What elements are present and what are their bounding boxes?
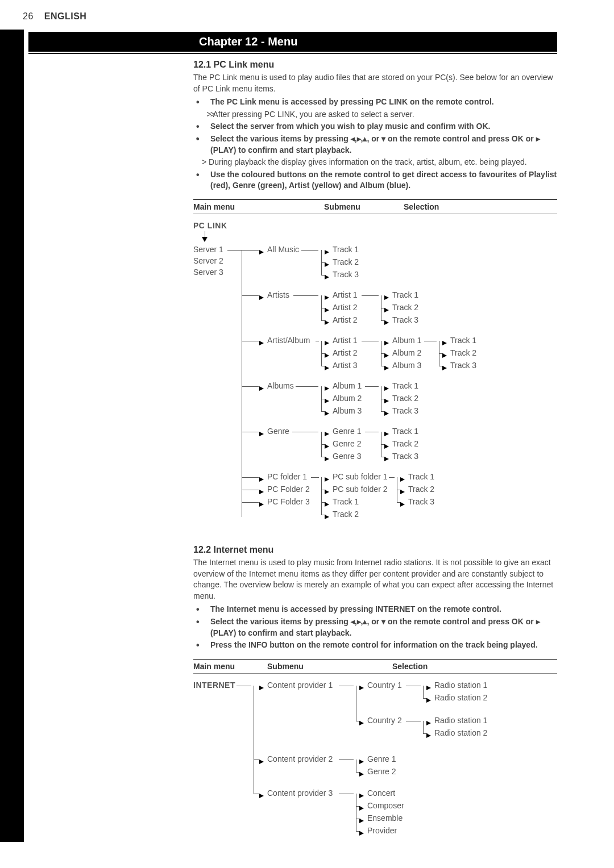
server-item: Server 1 bbox=[193, 245, 223, 254]
content-provider-item: Content provider 1 bbox=[267, 681, 333, 690]
pc-folder-item: PC Folder 3 bbox=[267, 497, 310, 506]
album-item: Album 2 bbox=[392, 348, 421, 357]
artist-item: Artist 3 bbox=[333, 361, 358, 370]
track-item: Track 3 bbox=[392, 406, 418, 415]
left-margin-bar bbox=[0, 30, 24, 842]
chapter-title: Chapter 12 - Menu bbox=[199, 35, 551, 48]
artist-item: Artist 2 bbox=[333, 315, 358, 324]
pc-subfolder-item: Track 2 bbox=[333, 510, 359, 519]
bullet-text: Press the INFO button on the remote cont… bbox=[210, 640, 538, 649]
pc-subfolder-item: Track 1 bbox=[333, 497, 359, 506]
category-item: Provider bbox=[367, 826, 397, 835]
col-submenu: Submenu bbox=[324, 202, 404, 211]
page-number: 26 bbox=[23, 11, 34, 21]
track-item: Track 1 bbox=[392, 290, 418, 299]
bullet-text: The Internet menu is accessed by pressin… bbox=[210, 604, 501, 614]
track-item: Track 3 bbox=[450, 361, 476, 370]
genre-item: Genre 2 bbox=[333, 439, 362, 448]
submenu-artist-album: Artist/Album bbox=[267, 336, 310, 345]
pc-subfolder-item: PC sub folder 1 bbox=[333, 472, 388, 481]
country-item: Country 2 bbox=[367, 716, 402, 725]
section-heading-pclink: 12.1 PC Link menu bbox=[193, 60, 557, 70]
track-item: Track 1 bbox=[408, 472, 434, 481]
internet-table-header: Main menu Submenu Selection bbox=[193, 659, 557, 674]
track-item: Track 3 bbox=[392, 315, 418, 324]
track-item: Track 2 bbox=[392, 394, 418, 403]
col-main: Main menu bbox=[193, 662, 267, 671]
category-item: Ensemble bbox=[367, 813, 403, 823]
submenu-all-music: All Music bbox=[267, 245, 299, 254]
pc-subfolder-item: PC sub folder 2 bbox=[333, 485, 388, 494]
submenu-artists: Artists bbox=[267, 290, 289, 299]
internet-bullet-list: The Internet menu is accessed by pressin… bbox=[193, 604, 557, 650]
bullet-sub: After pressing PC LINK, you are asked to… bbox=[213, 110, 414, 119]
station-item: Radio station 2 bbox=[434, 693, 487, 702]
track-item: Track 1 bbox=[392, 427, 418, 436]
chapter-title-bar: Chapter 12 - Menu bbox=[28, 32, 557, 52]
track-item: Track 2 bbox=[392, 439, 418, 448]
track-item: Track 3 bbox=[408, 497, 434, 506]
track-item: Track 3 bbox=[392, 452, 418, 461]
genre-item: Genre 1 bbox=[333, 427, 362, 436]
station-item: Radio station 2 bbox=[434, 728, 487, 737]
divider bbox=[28, 53, 557, 54]
submenu-albums: Albums bbox=[267, 381, 294, 390]
artist-item: Artist 1 bbox=[333, 290, 358, 299]
section-intro-pclink: The PC Link menu is used to play audio f… bbox=[193, 72, 557, 94]
pclink-table-header: Main menu Submenu Selection bbox=[193, 199, 557, 214]
server-item: Server 2 bbox=[193, 256, 223, 265]
bullet-text: Use the coloured buttons on the remote c… bbox=[210, 170, 557, 190]
genre-item: Genre 1 bbox=[367, 754, 396, 763]
album-item: Album 3 bbox=[392, 361, 421, 370]
col-submenu: Submenu bbox=[267, 662, 392, 671]
track-item: Track 3 bbox=[333, 270, 359, 279]
station-item: Radio station 1 bbox=[434, 681, 487, 690]
col-selection: Selection bbox=[392, 662, 506, 671]
album-item: Album 2 bbox=[333, 394, 362, 403]
internet-menu-tree: INTERNET Content provider 1 Country 1 Ra… bbox=[193, 681, 557, 868]
bullet-text: The PC Link menu is accessed by pressing… bbox=[210, 97, 494, 106]
bullet-text: Select the server from which you wish to… bbox=[210, 122, 490, 131]
page-header: 26 ENGLISH bbox=[23, 11, 591, 22]
internet-root: INTERNET bbox=[193, 681, 235, 690]
station-item: Radio station 1 bbox=[434, 716, 487, 725]
bullet-sub: During playback the display gives inform… bbox=[209, 157, 527, 166]
content-provider-item: Content provider 2 bbox=[267, 754, 333, 763]
track-item: Track 1 bbox=[450, 336, 476, 345]
artist-item: Artist 1 bbox=[333, 336, 358, 345]
server-item: Server 3 bbox=[193, 268, 223, 277]
category-item: Concert bbox=[367, 788, 395, 798]
album-item: Album 3 bbox=[333, 406, 362, 415]
page-language: ENGLISH bbox=[44, 11, 87, 21]
pclink-root: PC LINK bbox=[193, 221, 227, 230]
artist-item: Artist 2 bbox=[333, 348, 358, 357]
track-item: Track 1 bbox=[333, 245, 359, 254]
section-intro-internet: The Internet menu is used to play music … bbox=[193, 557, 557, 602]
category-item: Composer bbox=[367, 801, 404, 810]
album-item: Album 1 bbox=[333, 381, 362, 390]
pc-folder-item: PC folder 1 bbox=[267, 472, 307, 481]
track-item: Track 2 bbox=[392, 303, 418, 312]
genre-item: Genre 2 bbox=[367, 767, 396, 776]
track-item: Track 1 bbox=[392, 381, 418, 390]
genre-item: Genre 3 bbox=[333, 452, 362, 461]
col-main: Main menu bbox=[193, 202, 324, 211]
artist-item: Artist 2 bbox=[333, 303, 358, 312]
track-item: Track 2 bbox=[333, 257, 359, 266]
pc-folder-item: PC Folder 2 bbox=[267, 485, 310, 494]
bullet-text-pre: Select the various items by pressing bbox=[210, 134, 351, 143]
country-item: Country 1 bbox=[367, 681, 402, 690]
pclink-bullet-list: The PC Link menu is accessed by pressing… bbox=[193, 97, 557, 191]
section-heading-internet: 12.2 Internet menu bbox=[193, 545, 557, 555]
submenu-genre: Genre bbox=[267, 427, 289, 436]
col-selection: Selection bbox=[404, 202, 489, 211]
track-item: Track 2 bbox=[450, 348, 476, 357]
pclink-menu-tree: PC LINK Server 1 Server 2 Server 3 All M… bbox=[193, 221, 557, 539]
bullet-text-pre: Select the various items by pressing bbox=[210, 617, 351, 626]
content-provider-item: Content provider 3 bbox=[267, 788, 333, 798]
album-item: Album 1 bbox=[392, 336, 421, 345]
track-item: Track 2 bbox=[408, 485, 434, 494]
